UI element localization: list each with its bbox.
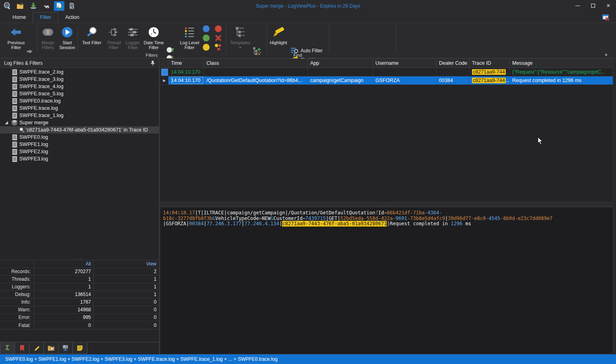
detail-text-segment: b18c bbox=[163, 216, 175, 221]
exclude-level-icon[interactable] bbox=[215, 35, 222, 41]
tree-item-log-file[interactable]: SWPFE0.trace.log bbox=[0, 97, 159, 105]
panel-splitter[interactable]: ····· bbox=[0, 256, 159, 260]
next-filter-icon[interactable] bbox=[26, 48, 34, 55]
log-level-filter-button[interactable]: Log Level Filter bbox=[179, 25, 200, 53]
cell-time: 14:04:10.170 bbox=[169, 68, 204, 76]
detail-text-segment: 3277d8fb8f3b bbox=[177, 216, 212, 221]
error-level-dot[interactable] bbox=[215, 25, 222, 32]
row-indicator bbox=[161, 68, 169, 76]
close-button[interactable]: ✕ bbox=[601, 0, 616, 11]
date-time-filter-button[interactable]: Date Time Filter bbox=[142, 25, 165, 53]
pin-icon[interactable] bbox=[150, 60, 155, 66]
grid-header-app[interactable]: App bbox=[308, 59, 373, 68]
grid-header-username[interactable]: Username bbox=[373, 59, 437, 68]
maximize-button[interactable] bbox=[585, 0, 601, 11]
bookmarks-tab[interactable] bbox=[14, 342, 29, 354]
tree-item-log-file[interactable]: SWPFE.trace_4.log bbox=[0, 83, 159, 90]
file-search-tab[interactable] bbox=[43, 342, 58, 354]
detail-text-segment: - bbox=[500, 216, 503, 221]
stats-value-view: 0 bbox=[94, 314, 160, 321]
tree-item-log-file[interactable]: SWPFE0.log bbox=[0, 134, 159, 141]
stats-value-all: 270277 bbox=[34, 268, 94, 275]
tree-item-log-file[interactable]: SWPFE.trace_3.log bbox=[0, 76, 159, 83]
notes-tab[interactable] bbox=[72, 342, 87, 354]
tree-item-filter[interactable]: 'c8271aa9-7443-476f-aba5-01a934280671' i… bbox=[0, 126, 159, 134]
open-folder-icon[interactable] bbox=[15, 1, 26, 11]
stats-value-all: 14968 bbox=[34, 306, 94, 313]
detail-text-segment: 04 bbox=[172, 210, 177, 216]
export-report-icon[interactable] bbox=[67, 1, 77, 11]
cell-trace-id: c8271aa9-744... bbox=[470, 76, 510, 84]
filters-group-label: Filters bbox=[134, 53, 170, 58]
warn-level-dot[interactable] bbox=[203, 44, 210, 51]
tree-item-log-file[interactable]: SWPFE2.log bbox=[0, 148, 159, 155]
ribbon-separator bbox=[267, 25, 267, 53]
info-level-dot[interactable] bbox=[203, 25, 210, 32]
tree-item-label: 'c8271aa9-7443-476f-aba5-01a934280671' i… bbox=[26, 127, 148, 133]
thread-filter-icon bbox=[108, 25, 119, 39]
stats-value-view: 0 bbox=[94, 321, 160, 329]
tree-item-log-file[interactable]: SWPFE.trace_1.log bbox=[0, 112, 159, 119]
templates-button[interactable]: Templates ▼ bbox=[229, 25, 252, 53]
start-session-button[interactable]: Start Session bbox=[58, 25, 77, 53]
tree-item-label: SWPFE.trace_3.log bbox=[19, 76, 64, 82]
merge-filters-button[interactable]: Merge Filters bbox=[39, 25, 57, 53]
tree-item-merge[interactable]: Super merge bbox=[0, 119, 159, 126]
grid-header-dealer-code[interactable]: Dealer Code bbox=[437, 59, 470, 68]
settings-wrench-icon[interactable] bbox=[41, 1, 52, 11]
tree-item-log-file[interactable]: SWPFE1.log bbox=[0, 141, 159, 148]
tab-home[interactable]: Home bbox=[6, 12, 33, 23]
grid-header-class[interactable]: Class bbox=[204, 59, 308, 68]
detail-text-segment: NEW bbox=[262, 216, 271, 221]
cell-trace-id: c8271aa9-744... bbox=[470, 68, 510, 76]
cell-message: Request completed in 1296 ms bbox=[510, 76, 613, 84]
thread-filter-button[interactable]: Thread Filter bbox=[104, 25, 124, 53]
templates-dropdown-icon: ▼ bbox=[239, 45, 242, 50]
ribbon-separator bbox=[226, 25, 227, 53]
minimize-button[interactable]: — bbox=[570, 0, 585, 11]
log-entry-detail[interactable]: 14:04:10.17|T|ILTRACE|campaign/getCampai… bbox=[161, 207, 613, 354]
grid-header-trace-id[interactable]: Trace ID bbox=[470, 59, 510, 68]
import-log-icon[interactable] bbox=[28, 1, 39, 11]
stats-label: Loggers: bbox=[0, 283, 34, 290]
log-files-panel: Log Files & Filters SWPFE.trace_2.logSWP… bbox=[0, 58, 160, 354]
stats-value-view: 0 bbox=[94, 298, 160, 306]
clear-filter-icon[interactable] bbox=[602, 14, 610, 22]
grid-header-message[interactable]: Message bbox=[510, 59, 613, 68]
tab-filter[interactable]: Filter bbox=[33, 12, 58, 23]
stats-row: Debug:1365141 bbox=[0, 291, 160, 298]
tree-item-log-file[interactable]: SWPFE.trace_5.log bbox=[0, 90, 159, 97]
tree-item-log-file[interactable]: SWPFE3.log bbox=[0, 155, 159, 162]
stats-value-view: 2 bbox=[94, 268, 160, 275]
log-row-selected[interactable]: ▶ 14:04:10.170 /Quotation/GetDefaultQuot… bbox=[161, 76, 613, 85]
detail-text-segment: e8c0 bbox=[474, 216, 486, 221]
log-file-icon bbox=[11, 142, 18, 148]
log-file-icon bbox=[11, 69, 18, 75]
tab-action[interactable]: Action bbox=[58, 12, 86, 23]
tree-item-log-file[interactable]: SWPFE.trace_2.log bbox=[0, 68, 159, 76]
logger-filter-button[interactable]: Logger Filter bbox=[124, 25, 142, 53]
grid-detail-splitter[interactable]: ····· bbox=[161, 202, 613, 207]
app-logo-icon[interactable] bbox=[2, 1, 13, 11]
highlight-button[interactable]: Highlight bbox=[268, 25, 289, 53]
custom-level-icon[interactable] bbox=[214, 44, 222, 51]
stats-value-all: 1767 bbox=[34, 298, 94, 306]
statistics-table: AllViewRecords:2702772Threads:11Loggers:… bbox=[0, 260, 160, 329]
previous-filter-button[interactable]: Previous Filter bbox=[6, 25, 27, 53]
log-row[interactable]: 14:04:10.170 c8271aa9-744... {"Request":… bbox=[161, 68, 613, 76]
add-template-icon[interactable] bbox=[253, 47, 262, 55]
text-filter-button[interactable]: Text Filter bbox=[80, 25, 103, 53]
grid-header-time[interactable]: Time bbox=[169, 59, 204, 68]
tree-expander-icon[interactable] bbox=[5, 121, 8, 124]
detail-text-segment: 558d bbox=[367, 216, 378, 221]
stats-value-all: 0 bbox=[34, 321, 94, 329]
statistics-tab[interactable]: Σ bbox=[0, 342, 15, 354]
server-tab[interactable] bbox=[58, 342, 73, 354]
tree-item-log-file[interactable]: SWPFE.trace.log bbox=[0, 105, 159, 112]
detail-text-segment: = bbox=[303, 216, 305, 221]
highlights-tab[interactable] bbox=[29, 342, 44, 354]
debug-level-dot[interactable] bbox=[203, 35, 210, 41]
ribbon-collapse-icon[interactable]: ▲ bbox=[604, 52, 608, 56]
refresh-log-icon[interactable] bbox=[54, 1, 64, 11]
detail-text-segment: 86b421df bbox=[387, 210, 410, 216]
